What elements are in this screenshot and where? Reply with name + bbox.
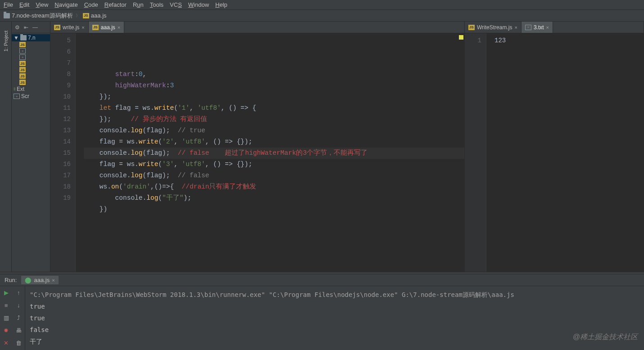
export-icon[interactable]: ⤴	[15, 314, 22, 321]
tab-writestream-js[interactable]: JS WriteStream.js ×	[465, 22, 522, 33]
editor-left: JS write.js × JS aaa.js × 56789101112131…	[50, 22, 465, 272]
rerun-icon[interactable]: ▶	[3, 289, 10, 296]
breadcrumb-folder[interactable]: 7.node-stream源码解析	[4, 12, 73, 20]
breadcrumb-folder-label: 7.node-stream源码解析	[12, 12, 73, 20]
menu-view[interactable]: View	[36, 1, 48, 8]
tab-3-txt[interactable]: ≡ 3.txt ×	[522, 22, 553, 33]
run-panel: Run: ⬤ aaa.js × ▶ ↑ ■ ↓ ▥ ⤴ ✸ 🖶 ✕ 🗑 "C:\…	[0, 274, 644, 350]
code-content[interactable]: start:0, highWaterMark:3 }); let flag = …	[76, 33, 464, 272]
collapse-icon[interactable]: ⇤	[23, 24, 30, 31]
layout-icon[interactable]: ▥	[3, 314, 10, 321]
run-out-line: true	[30, 312, 639, 324]
close-icon[interactable]: ×	[514, 25, 517, 30]
tree-root[interactable]: ▼ 7.n	[12, 34, 50, 41]
tab-aaa-js[interactable]: JS aaa.js ×	[89, 22, 124, 33]
line-gutter[interactable]: 1	[465, 33, 486, 272]
close-icon[interactable]: ×	[52, 278, 54, 283]
breadcrumb-file[interactable]: JS aaa.js	[83, 12, 107, 19]
menu-refactor[interactable]: Refactor	[104, 1, 127, 8]
run-out-line: true	[30, 301, 639, 312]
js-file-icon: JS	[92, 25, 99, 30]
editor-right: JS WriteStream.js × ≡ 3.txt × 1 123	[465, 22, 644, 272]
trash-icon[interactable]: 🗑	[15, 339, 22, 346]
menu-code[interactable]: Code	[84, 1, 98, 8]
tree-item: JS	[12, 73, 50, 79]
folder-icon	[20, 35, 27, 40]
stop-icon[interactable]: ■	[3, 301, 10, 309]
code-content[interactable]: 123	[486, 33, 644, 272]
menu-bar: File Edit View Navigate Code Refactor Ru…	[0, 0, 644, 10]
code-area-right[interactable]: 1 123	[465, 33, 644, 272]
tree-scr[interactable]: ≡Scr	[12, 93, 50, 100]
project-tool-button[interactable]: 1: Project	[3, 31, 9, 51]
menu-tools[interactable]: Tools	[150, 1, 163, 8]
text-file-icon: ≡	[525, 25, 531, 30]
close-icon[interactable]: ×	[82, 25, 84, 30]
down-stack-icon[interactable]: ↓	[15, 301, 22, 309]
tree-item: JS	[12, 60, 50, 67]
menu-edit[interactable]: Edit	[19, 1, 29, 8]
tree-item: JS	[12, 79, 50, 85]
tree-ext[interactable]: ⫴Ext	[12, 85, 50, 93]
dump-icon[interactable]: ✸	[3, 327, 10, 334]
hide-icon[interactable]: —	[32, 24, 39, 31]
warning-stripe-icon[interactable]	[459, 35, 463, 40]
run-output[interactable]: "C:\Program Files\JetBrains\WebStorm 201…	[25, 286, 644, 350]
close-icon[interactable]: ×	[118, 25, 120, 30]
editor-left-tabs: JS write.js × JS aaa.js ×	[50, 22, 464, 33]
run-title: Run:	[5, 277, 17, 283]
project-panel: ⚙ ⇤ — ▼ 7.n JS ≡ ≡ JS JS JS JS ⫴Ext ≡Scr	[12, 22, 50, 272]
project-tree[interactable]: ▼ 7.n JS ≡ ≡ JS JS JS JS ⫴Ext ≡Scr	[12, 33, 50, 272]
run-out-line: 干了	[30, 336, 639, 347]
tree-item: ≡	[12, 48, 50, 54]
gear-icon[interactable]: ⚙	[14, 24, 21, 31]
navigation-bar: 7.node-stream源码解析 〉 JS aaa.js	[0, 10, 644, 22]
menu-navigate[interactable]: Navigate	[54, 1, 77, 8]
line-gutter[interactable]: 5678910111213141516171819	[50, 33, 76, 272]
close-icon[interactable]: ×	[546, 25, 549, 30]
menu-help[interactable]: Help	[215, 1, 227, 8]
js-file-icon: JS	[468, 25, 475, 30]
js-file-icon: JS	[83, 13, 89, 18]
tree-item: JS	[12, 41, 50, 48]
menu-window[interactable]: Window	[188, 1, 209, 8]
close-run-icon[interactable]: ✕	[3, 339, 10, 346]
chevron-right-icon: 〉	[76, 13, 80, 19]
left-tool-stripe: 1: Project	[0, 22, 12, 272]
tree-item: JS	[12, 67, 50, 73]
menu-vcs[interactable]: VCS	[170, 1, 182, 8]
print-icon[interactable]: 🖶	[15, 327, 22, 334]
editor-right-tabs: JS WriteStream.js × ≡ 3.txt ×	[465, 22, 644, 33]
tree-item: ≡	[12, 54, 50, 60]
folder-icon	[4, 13, 10, 18]
project-toolbar: ⚙ ⇤ —	[12, 22, 50, 33]
run-toolbar: ▶ ↑ ■ ↓ ▥ ⤴ ✸ 🖶 ✕ 🗑	[0, 286, 25, 350]
tab-write-js[interactable]: JS write.js ×	[50, 22, 89, 33]
up-stack-icon[interactable]: ↑	[15, 289, 22, 296]
run-tab[interactable]: ⬤ aaa.js ×	[21, 276, 58, 284]
code-area-left[interactable]: 5678910111213141516171819 start:0, highW…	[50, 33, 464, 272]
js-file-icon: JS	[54, 25, 60, 30]
menu-file[interactable]: File	[4, 1, 13, 8]
menu-run[interactable]: Run	[133, 1, 144, 8]
watermark: @稀土掘金技术社区	[573, 332, 638, 342]
run-cmd-line: "C:\Program Files\JetBrains\WebStorm 201…	[30, 289, 639, 301]
run-out-line: false	[30, 324, 639, 336]
breadcrumb-file-label: aaa.js	[91, 12, 107, 19]
